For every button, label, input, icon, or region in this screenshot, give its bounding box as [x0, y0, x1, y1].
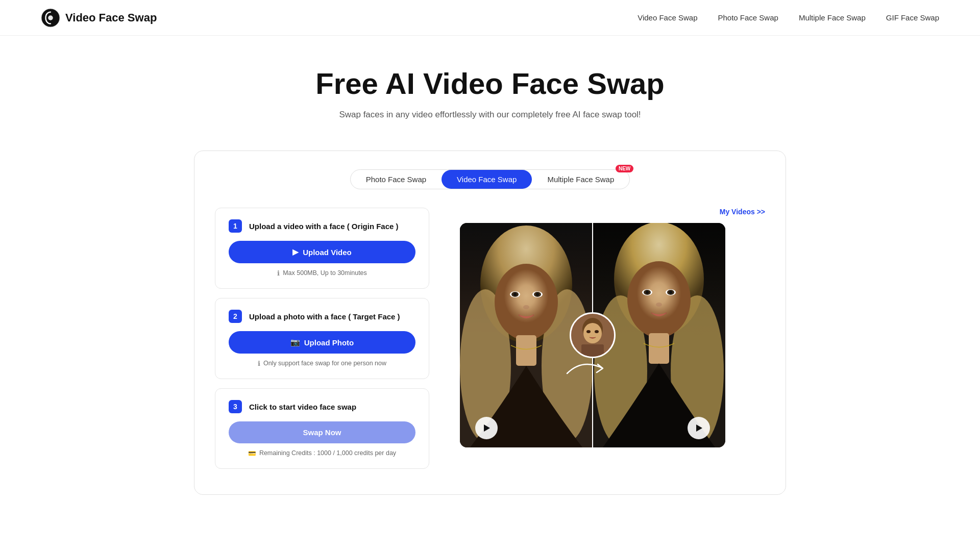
- upload-video-button[interactable]: ▶ Upload Video: [229, 241, 415, 263]
- upload-photo-icon: 📷: [290, 338, 300, 347]
- logo-text: Video Face Swap: [65, 11, 157, 24]
- my-videos-link[interactable]: My Videos >>: [460, 208, 765, 216]
- play-button-right[interactable]: [688, 417, 710, 439]
- step-1-number: 1: [229, 219, 242, 233]
- svg-point-12: [536, 293, 539, 296]
- nav-link-video-face-swap[interactable]: Video Face Swap: [638, 13, 697, 22]
- svg-point-13: [523, 305, 529, 309]
- svg-point-6: [495, 264, 558, 340]
- tab-photo-face-swap[interactable]: Photo Face Swap: [351, 170, 442, 189]
- tab-video-face-swap[interactable]: Video Face Swap: [442, 170, 532, 189]
- step-2-number: 2: [229, 310, 242, 323]
- main-card: Photo Face Swap Video Face Swap Multiple…: [194, 151, 786, 495]
- play-icon-left: [481, 423, 492, 433]
- svg-point-30: [583, 323, 602, 343]
- svg-point-31: [586, 330, 591, 333]
- step-3-title: Click to start video face swap: [249, 403, 356, 411]
- svg-point-25: [669, 291, 672, 294]
- swap-now-button[interactable]: Swap Now: [229, 421, 415, 443]
- nav-link-multiple-face-swap[interactable]: Multiple Face Swap: [799, 13, 866, 22]
- upload-photo-button[interactable]: 📷 Upload Photo: [229, 331, 415, 354]
- tab-group: Photo Face Swap Video Face Swap Multiple…: [350, 169, 630, 189]
- step-1-note-icon: ℹ: [277, 269, 280, 277]
- svg-marker-34: [484, 424, 490, 432]
- step-2-note-icon: ℹ: [258, 360, 260, 367]
- step-2-card: 2 Upload a photo with a face ( Target Fa…: [215, 298, 429, 379]
- preview-area: My Videos >>: [460, 208, 765, 447]
- navbar: Video Face Swap Video Face Swap Photo Fa…: [0, 0, 980, 36]
- step-1-header: 1 Upload a video with a face ( Origin Fa…: [229, 219, 415, 233]
- step-1-note-text: Max 500MB, Up to 30minutes: [283, 269, 367, 277]
- play-icon-right: [694, 423, 704, 433]
- svg-rect-33: [581, 344, 604, 357]
- step-1-title: Upload a video with a face ( Origin Face…: [249, 222, 399, 231]
- svg-point-32: [595, 330, 599, 333]
- svg-point-26: [656, 303, 662, 307]
- hero-section: Free AI Video Face Swap Swap faces in an…: [0, 36, 980, 140]
- step-3-number: 3: [229, 400, 242, 413]
- logo[interactable]: Video Face Swap: [41, 8, 157, 28]
- upload-video-icon: ▶: [292, 247, 299, 257]
- face-swap-indicator: [570, 312, 616, 358]
- svg-rect-27: [649, 333, 669, 364]
- new-badge: NEW: [616, 165, 633, 172]
- svg-marker-35: [696, 424, 702, 432]
- play-button-left[interactable]: [475, 417, 498, 439]
- tab-multiple-face-swap-label: Multiple Face Swap: [547, 175, 614, 184]
- steps-panel: 1 Upload a video with a face ( Origin Fa…: [215, 208, 429, 469]
- step-2-title: Upload a photo with a face ( Target Face…: [249, 312, 400, 321]
- preview-composite: [460, 223, 725, 447]
- step-3-note-text: Remaining Credits : 1000 / 1,000 credits…: [259, 449, 396, 457]
- nav-link-gif-face-swap[interactable]: GIF Face Swap: [886, 13, 939, 22]
- step-1-note: ℹ Max 500MB, Up to 30minutes: [229, 269, 415, 277]
- hero-subtitle: Swap faces in any video effortlessly wit…: [10, 110, 970, 120]
- hero-title: Free AI Video Face Swap: [10, 66, 970, 101]
- svg-point-19: [627, 261, 691, 338]
- content-area: 1 Upload a video with a face ( Origin Fa…: [215, 208, 765, 469]
- svg-point-22: [646, 291, 649, 294]
- step-2-note-text: Only support face swap for one person no…: [263, 360, 386, 367]
- small-face-svg: [571, 314, 614, 357]
- svg-point-1: [48, 15, 53, 20]
- tab-multiple-face-swap[interactable]: Multiple Face Swap NEW: [532, 170, 629, 189]
- logo-icon: [41, 8, 60, 28]
- step-2-note: ℹ Only support face swap for one person …: [229, 360, 415, 367]
- upload-photo-label: Upload Photo: [304, 338, 354, 347]
- tabs-wrapper: Photo Face Swap Video Face Swap Multiple…: [215, 169, 765, 189]
- swap-now-label: Swap Now: [303, 428, 341, 437]
- step-1-card: 1 Upload a video with a face ( Origin Fa…: [215, 208, 429, 289]
- nav-link-photo-face-swap[interactable]: Photo Face Swap: [718, 13, 778, 22]
- step-3-header: 3 Click to start video face swap: [229, 400, 415, 413]
- upload-video-label: Upload Video: [303, 248, 352, 257]
- step-2-header: 2 Upload a photo with a face ( Target Fa…: [229, 310, 415, 323]
- nav-links: Video Face Swap Photo Face Swap Multiple…: [638, 13, 939, 22]
- step-3-card: 3 Click to start video face swap Swap No…: [215, 388, 429, 469]
- step-3-note: 💳 Remaining Credits : 1000 / 1,000 credi…: [229, 449, 415, 457]
- step-3-note-icon: 💳: [248, 449, 256, 457]
- svg-rect-14: [516, 335, 536, 366]
- svg-point-9: [513, 293, 517, 296]
